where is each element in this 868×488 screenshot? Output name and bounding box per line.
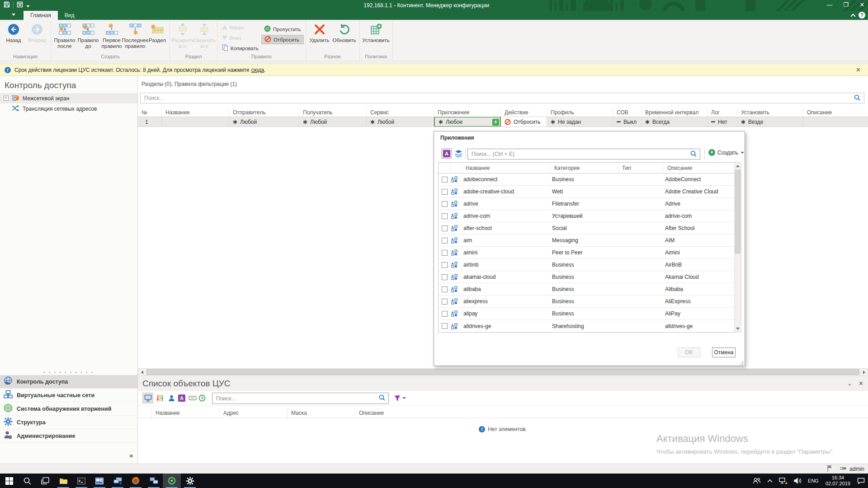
row-checkbox[interactable] — [442, 311, 448, 317]
column-header[interactable]: Маска — [288, 408, 355, 418]
application-list-item[interactable]: adrive Filetransfer Adrive — [439, 198, 735, 210]
column-header[interactable]: Название — [462, 163, 551, 173]
last-rule-button[interactable]: Последнее правило — [123, 21, 147, 54]
taskbar-clock[interactable]: 16:34 02.07.2019 — [822, 475, 854, 487]
rule-service-cell[interactable]: Любой — [367, 117, 434, 127]
scroll-down-icon[interactable] — [735, 325, 741, 332]
search-icon[interactable] — [687, 150, 700, 158]
users-filter-button[interactable] — [166, 393, 177, 404]
row-checkbox[interactable] — [442, 274, 448, 280]
close-panel-icon[interactable]: ✕ — [859, 380, 863, 387]
column-header[interactable]: Название — [152, 408, 220, 418]
application-list-item[interactable]: adobeconnect Business AdobeConnect — [439, 174, 735, 186]
services-filter-button[interactable] — [155, 393, 165, 404]
rule-install-cell[interactable]: Везде — [737, 117, 803, 127]
sidebar-splitter[interactable]: ▪ ▪ ▪ ▪ ▪ ▪ ▪ ▪ ▪ ▪ — [0, 370, 137, 375]
save-icon[interactable] — [4, 1, 10, 9]
rule-sender-cell[interactable]: Любой — [229, 117, 299, 127]
column-header[interactable]: Описание — [664, 163, 735, 173]
close-button[interactable]: ✕ — [859, 0, 865, 10]
filter-dropdown-icon[interactable] — [402, 397, 406, 399]
application-list-item[interactable]: alipay Business AliPay — [439, 308, 735, 320]
column-header[interactable]: Тип — [618, 163, 664, 173]
refresh-button[interactable]: Обновить — [331, 21, 358, 54]
row-checkbox[interactable] — [442, 225, 448, 231]
rule-row[interactable]: 1 Любой Любой Любой Любое+ Отбросить Не … — [138, 117, 868, 127]
rule-name-cell[interactable] — [162, 117, 229, 127]
resize-grip[interactable] — [739, 360, 743, 365]
scroll-right-icon[interactable] — [860, 369, 868, 375]
rule-application-cell[interactable]: Любое+ — [434, 117, 501, 127]
row-checkbox[interactable] — [442, 213, 448, 219]
sidebar-collapse-button[interactable]: » — [129, 452, 133, 459]
scroll-up-icon[interactable] — [735, 163, 741, 169]
nav-item-administration[interactable]: Администрирование — [0, 429, 137, 443]
rule-interval-cell[interactable]: Всегда — [642, 117, 708, 127]
continent-app-button[interactable] — [163, 474, 181, 488]
people-icon[interactable] — [750, 474, 764, 488]
rule-description-cell[interactable] — [803, 117, 868, 127]
application-list-item[interactable]: adrive-com Устаревший adrive-com — [439, 210, 735, 222]
row-checkbox[interactable] — [442, 323, 448, 329]
popup-search-input[interactable] — [468, 151, 687, 157]
create-button[interactable]: + Создать — [708, 149, 744, 156]
nav-item-access-control[interactable]: Контроль доступа — [0, 375, 137, 389]
scrollbar-thumb[interactable] — [146, 369, 859, 375]
groups-filter-button[interactable] — [453, 148, 464, 159]
banner-link[interactable]: сюда — [251, 67, 264, 73]
column-header[interactable]: Описание — [355, 408, 868, 418]
column-header[interactable]: Адрес — [220, 408, 288, 418]
firefox-button[interactable] — [127, 474, 145, 488]
application-list-item[interactable]: alibaba Business Alibaba — [439, 283, 735, 296]
nav-item-ids[interactable]: Система обнаружения вторжений — [0, 402, 137, 416]
taskbar-search-button[interactable] — [18, 474, 36, 488]
collapse-panel-icon[interactable]: ⌄ — [847, 380, 852, 387]
start-button[interactable] — [0, 474, 18, 488]
application-list-item[interactable]: akamai-cloud Business Akamai Cloud — [439, 271, 735, 283]
tab-view[interactable]: Вид — [58, 11, 81, 20]
language-indicator[interactable]: ENG — [805, 474, 822, 488]
applications-filter-button[interactable]: A — [176, 393, 187, 404]
application-list-item[interactable]: after-school Social After School — [439, 222, 735, 235]
minimize-button[interactable]: — — [826, 0, 833, 10]
application-list-item[interactable]: aimini Peer to Peer Aimini — [439, 247, 735, 259]
section-button[interactable]: Раздел — [147, 21, 168, 54]
rule-after-button[interactable]: Правило после — [53, 21, 76, 54]
row-checkbox[interactable] — [442, 262, 448, 268]
first-rule-button[interactable]: Первое правило — [100, 21, 123, 54]
skip-button[interactable]: Пропустить — [261, 24, 304, 34]
add-application-button[interactable]: + — [492, 119, 499, 126]
time-filter-button[interactable] — [197, 393, 208, 404]
cancel-button[interactable]: Отмена — [712, 347, 736, 357]
application-list-item[interactable]: aim Messaging AIM — [439, 235, 735, 247]
row-checkbox[interactable] — [442, 189, 448, 195]
drop-button[interactable]: Отбросить — [261, 35, 304, 44]
rule-action-cell[interactable]: Отбросить — [501, 117, 547, 127]
file-explorer-button[interactable] — [54, 474, 72, 488]
tree-item-nat[interactable]: Трансляция сетевых адресов — [0, 103, 137, 114]
filter-button[interactable] — [392, 393, 403, 404]
rule-before-button[interactable]: Правило до — [76, 21, 100, 54]
column-header[interactable]: Категория — [551, 163, 618, 173]
restore-button[interactable]: ❐ — [843, 0, 849, 10]
app-menu-icon[interactable] — [12, 14, 15, 16]
install-button[interactable]: Установить — [362, 21, 391, 54]
popup-vertical-scrollbar[interactable] — [734, 162, 741, 333]
rule-receiver-cell[interactable]: Любой — [299, 117, 367, 127]
objects-search-input[interactable] — [212, 395, 376, 402]
settings-button[interactable] — [181, 474, 199, 488]
scroll-left-icon[interactable] — [138, 369, 146, 375]
scrollbar-thumb[interactable] — [735, 170, 741, 253]
application-list-item[interactable]: alldrives-ge Sharehosting alldrives-ge — [439, 320, 735, 332]
applications-filter-button[interactable]: A — [441, 148, 452, 159]
row-checkbox[interactable] — [442, 286, 448, 292]
action-center-icon[interactable] — [854, 474, 868, 488]
rules-search-input[interactable] — [141, 95, 850, 101]
row-checkbox[interactable] — [442, 250, 448, 256]
rule-log-cell[interactable]: Нет — [708, 117, 737, 127]
application-list-item[interactable]: airbnb Business AirBnB — [439, 259, 735, 271]
application-list-item[interactable]: aliexpress Business AliExpress — [439, 296, 735, 308]
network-places-button[interactable] — [145, 474, 163, 488]
hidden-icons-chevron[interactable] — [764, 474, 776, 488]
rule-number[interactable]: 1 — [138, 117, 162, 127]
